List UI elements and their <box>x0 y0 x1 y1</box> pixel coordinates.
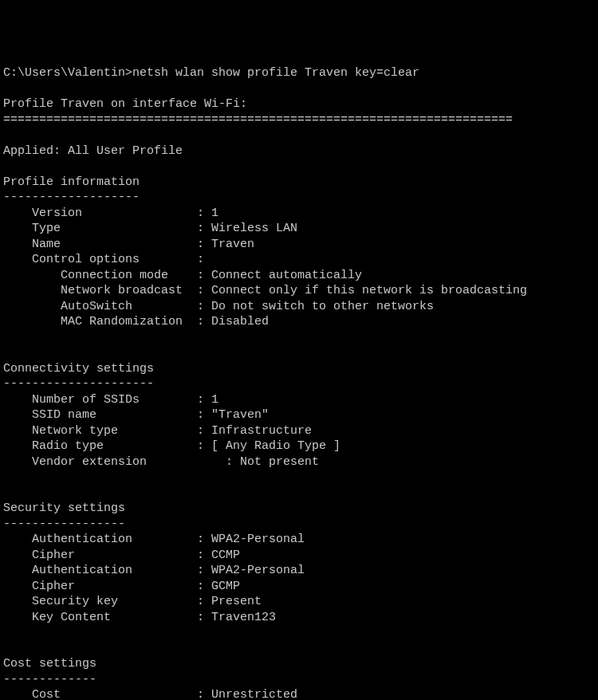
applied-line: Applied: All User Profile <box>3 144 183 158</box>
divider: ========================================… <box>3 113 513 127</box>
prompt: C:\Users\Valentin> <box>3 66 132 80</box>
profile-header: Profile Traven on interface Wi-Fi: <box>3 97 247 111</box>
section-profile-info: Profile information ------------------- … <box>3 175 527 329</box>
section-cost: Cost settings ------------- Cost : Unres… <box>3 657 297 700</box>
terminal-output: C:\Users\Valentin>netsh wlan show profil… <box>3 65 595 700</box>
section-connectivity: Connectivity settings ------------------… <box>3 362 340 469</box>
prompt-line: C:\Users\Valentin>netsh wlan show profil… <box>3 66 419 80</box>
section-security: Security settings ----------------- Auth… <box>3 501 305 624</box>
command: netsh wlan show profile Traven key=clear <box>132 66 419 80</box>
